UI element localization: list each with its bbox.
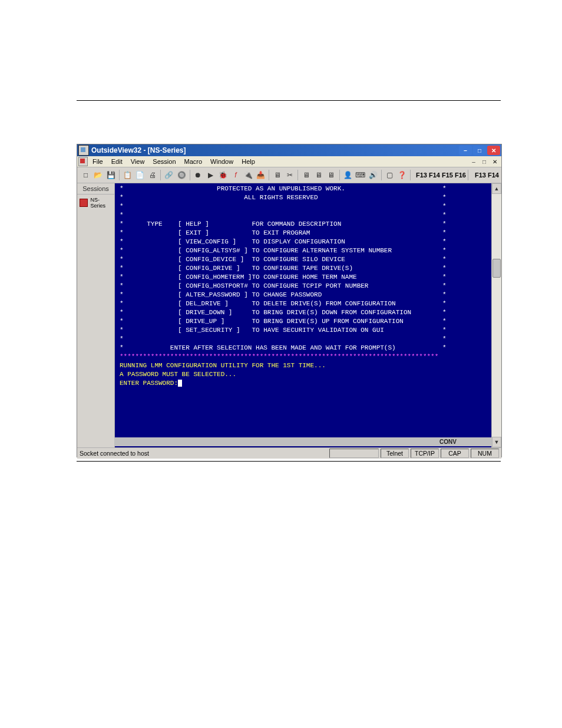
menu-help[interactable]: Help	[240, 158, 256, 165]
person-icon[interactable]: 👤	[342, 169, 353, 181]
terminal1-icon[interactable]: 🖥	[300, 169, 312, 181]
open-icon[interactable]: 📂	[92, 169, 104, 181]
scroll-up-icon[interactable]: ▲	[492, 183, 501, 194]
scroll-track[interactable]	[492, 194, 501, 437]
conv-bar: CONV	[114, 437, 492, 446]
status-telnet: Telnet	[381, 449, 409, 458]
cut-icon[interactable]: ✂	[284, 169, 295, 181]
paste-icon[interactable]: 📄	[134, 169, 146, 181]
menu-view[interactable]: View	[130, 158, 146, 165]
session-label: NS-Series	[90, 197, 112, 209]
plug-icon[interactable]: 🔌	[243, 169, 254, 181]
session-item[interactable]: NS-Series	[80, 197, 112, 209]
audio-icon[interactable]: 🔊	[367, 169, 378, 181]
menu-bar: File Edit View Session Macro Window Help	[77, 156, 501, 167]
keyboard-icon[interactable]: ⌨	[355, 169, 366, 181]
debug-icon[interactable]: 🐞	[217, 169, 229, 181]
window-maximize-button[interactable]	[473, 146, 486, 155]
sessions-header: Sessions	[77, 183, 114, 195]
mdi-minimize-button[interactable]	[468, 157, 479, 166]
menu-file[interactable]: File	[91, 158, 104, 165]
session-icon	[80, 199, 88, 207]
status-cap: CAP	[441, 449, 469, 458]
script-icon[interactable]: f	[230, 169, 241, 181]
filetransfer-icon[interactable]: 📥	[255, 169, 266, 181]
terminal2-icon[interactable]: 🖥	[313, 169, 325, 181]
menu-edit[interactable]: Edit	[110, 158, 124, 165]
status-bar: Socket connected to host Telnet TCP/IP C…	[77, 447, 501, 459]
titlebar: OutsideView32 - [NS-Series]	[77, 144, 501, 156]
conv-label: CONV	[439, 439, 457, 445]
print-icon[interactable]: 🖨	[147, 169, 158, 181]
app1-icon[interactable]: ▢	[384, 169, 395, 181]
app-window: OutsideView32 - [NS-Series] File Edit Vi…	[77, 144, 501, 457]
mdi-close-button[interactable]	[490, 157, 500, 166]
display-icon[interactable]: 🖥	[272, 169, 283, 181]
app-icon	[78, 145, 89, 156]
status-tcpip: TCP/IP	[411, 449, 439, 458]
fkeys-group-1[interactable]: F13 F14 F15 F16	[416, 172, 466, 179]
sessions-sidebar: Sessions NS-Series	[77, 183, 115, 447]
divider-top	[77, 100, 501, 101]
status-left: Socket connected to host	[80, 450, 149, 457]
status-blank	[329, 449, 379, 458]
menu-window[interactable]: Window	[209, 158, 234, 165]
divider-bottom	[77, 461, 501, 462]
scroll-down-icon[interactable]: ▼	[492, 437, 501, 447]
fkeys-group-2[interactable]: F13 F14	[475, 172, 499, 179]
copy-icon[interactable]: 📋	[122, 169, 133, 181]
mdi-child-icon[interactable]	[78, 157, 88, 166]
scroll-thumb[interactable]	[492, 259, 501, 278]
save-icon[interactable]: 💾	[105, 169, 116, 181]
window-close-button[interactable]	[487, 146, 500, 155]
toolbar: □ 📂 💾 📋 📄 🖨 🔗 🔘 ⏺ ▶ 🐞 f 🔌 📥 🖥 ✂ 🖥 🖥 🖥	[77, 167, 501, 183]
help-icon[interactable]: ❓	[396, 169, 408, 181]
terminal-output[interactable]: * PROTECTED AS AN UNPUBLISHED WORK. ** A…	[115, 183, 491, 447]
window-minimize-button[interactable]	[459, 146, 472, 155]
window-title: OutsideView32 - [NS-Series]	[91, 146, 186, 154]
mdi-restore-button[interactable]	[479, 157, 490, 166]
new-icon[interactable]: □	[80, 169, 91, 181]
terminal-scrollbar[interactable]: ▲ ▼	[491, 183, 501, 447]
disconnect-icon[interactable]: 🔘	[176, 169, 187, 181]
status-num: NUM	[471, 449, 499, 458]
record-icon[interactable]: ⏺	[193, 169, 204, 181]
play-icon[interactable]: ▶	[205, 169, 216, 181]
menu-session[interactable]: Session	[151, 158, 177, 165]
connect-icon[interactable]: 🔗	[163, 169, 174, 181]
terminal3-icon[interactable]: 🖥	[326, 169, 337, 181]
menu-macro[interactable]: Macro	[183, 158, 204, 165]
